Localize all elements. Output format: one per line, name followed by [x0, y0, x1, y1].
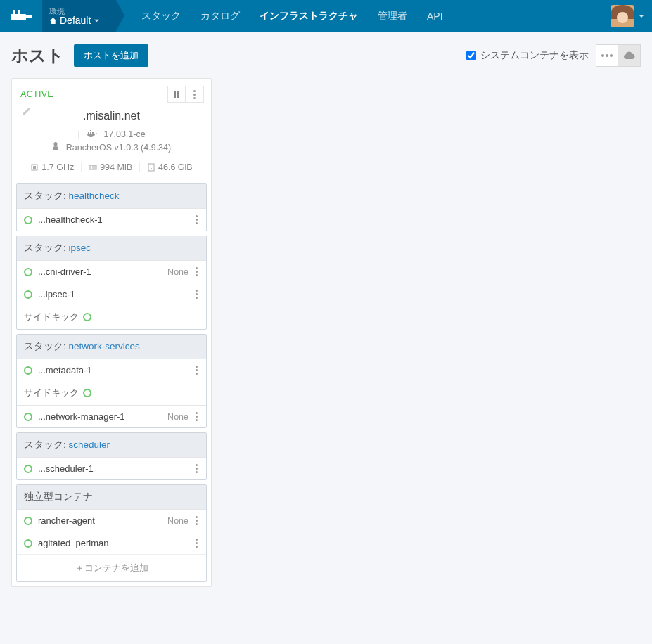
service-menu-button[interactable]: [194, 366, 199, 375]
service-row[interactable]: ...scheduler-1: [17, 457, 206, 479]
service-menu-button[interactable]: [194, 516, 199, 525]
svg-rect-7: [90, 130, 91, 131]
system-containers-checkbox[interactable]: [466, 51, 476, 60]
service-menu-button[interactable]: [194, 464, 199, 473]
service-name: ...cni-driver-1: [38, 266, 167, 277]
status-circle-icon: [83, 389, 91, 397]
service-menu-button[interactable]: [194, 412, 199, 421]
service-name: ...ipsec-1: [38, 289, 194, 300]
service-row[interactable]: ...ipsec-1: [17, 283, 206, 305]
service-name: agitated_perlman: [38, 538, 194, 548]
nav-item-infrastructure[interactable]: インフラストラクチャ: [250, 0, 368, 32]
service-name: ...healthcheck-1: [38, 214, 194, 225]
service-row[interactable]: ...network-manager-1 None: [17, 405, 206, 427]
plus-icon: ＋: [75, 562, 84, 573]
home-icon: [49, 17, 57, 25]
docker-icon: [87, 129, 97, 139]
add-host-button[interactable]: ホストを追加: [74, 44, 148, 67]
docker-version: 17.03.1-ce: [104, 129, 146, 139]
logo[interactable]: [0, 0, 42, 32]
status-circle-icon: [24, 290, 32, 299]
svg-point-9: [53, 146, 58, 150]
cloud-view-button[interactable]: [618, 44, 641, 67]
pause-button[interactable]: [167, 86, 186, 103]
service-menu-button[interactable]: [194, 290, 199, 299]
chevron-down-icon: [638, 13, 645, 20]
storage-icon: [147, 163, 155, 172]
stack-link[interactable]: healthcheck: [69, 191, 120, 201]
stack-link[interactable]: network-services: [69, 341, 140, 352]
host-actions: [167, 86, 204, 103]
env-label: 環境: [49, 8, 109, 15]
stack-block: スタック: healthcheck ...healthcheck-1: [16, 183, 207, 231]
status-circle-icon: [24, 539, 32, 548]
service-menu-button[interactable]: [194, 539, 199, 548]
standalone-header: 独立型コンテナ: [17, 485, 206, 509]
service-row[interactable]: rancher-agent None: [17, 509, 206, 532]
system-containers-label: システムコンテナを表示: [480, 49, 589, 62]
env-value: Default: [49, 15, 109, 26]
status-circle-icon: [24, 413, 32, 421]
svg-point-17: [151, 168, 152, 169]
svg-rect-6: [92, 132, 94, 134]
status-circle-icon: [24, 465, 32, 473]
service-name: ...scheduler-1: [38, 463, 194, 474]
host-card-header: ACTIVE: [12, 79, 211, 107]
svg-point-8: [53, 142, 57, 146]
nav-item-catalog[interactable]: カタログ: [191, 0, 250, 32]
stack-link[interactable]: ipsec: [69, 243, 91, 253]
add-container-button[interactable]: ＋コンテナを追加: [17, 554, 206, 581]
view-toggle-group: [596, 44, 641, 67]
service-row[interactable]: ...cni-driver-1 None: [17, 260, 206, 283]
stack-block: スタック: scheduler ...scheduler-1: [16, 432, 207, 480]
svg-rect-5: [90, 132, 91, 134]
svg-rect-16: [148, 164, 154, 171]
status-circle-icon: [24, 517, 32, 525]
nav-item-stacks[interactable]: スタック: [132, 0, 191, 32]
host-card: ACTIVE .misalin.net | 17.03.1-ce: [11, 78, 212, 587]
system-containers-toggle[interactable]: システムコンテナを表示: [466, 49, 589, 62]
chevron-down-icon: [94, 18, 100, 24]
service-name: ...metadata-1: [38, 365, 194, 375]
user-menu[interactable]: [604, 0, 652, 32]
service-name: ...network-manager-1: [38, 411, 167, 422]
memory-stat: 994 MiB: [81, 162, 139, 172]
host-status: ACTIVE: [20, 89, 53, 99]
cloud-icon: [624, 51, 635, 60]
service-menu-button[interactable]: [194, 215, 199, 224]
content-area: ACTIVE .misalin.net | 17.03.1-ce: [0, 74, 652, 601]
os-info: RancherOS v1.0.3 (4.9.34): [66, 143, 171, 153]
status-circle-icon: [83, 313, 91, 321]
main-nav: スタック カタログ インフラストラクチャ 管理者 API: [132, 0, 453, 32]
standalone-block: 独立型コンテナ rancher-agent None agitated_perl…: [16, 484, 207, 582]
environment-switcher[interactable]: 環境 Default: [42, 0, 116, 32]
stack-header: スタック: network-services: [17, 335, 206, 359]
edit-icon[interactable]: [22, 107, 31, 118]
service-row[interactable]: agitated_perlman: [17, 532, 206, 554]
stack-block: スタック: ipsec ...cni-driver-1 None ...ipse…: [16, 236, 207, 330]
nav-item-api[interactable]: API: [417, 0, 453, 32]
svg-rect-0: [11, 14, 26, 20]
service-right-label: None: [167, 516, 188, 526]
storage-stat: 46.6 GiB: [139, 162, 200, 172]
svg-rect-3: [26, 15, 32, 18]
status-circle-icon: [24, 216, 32, 224]
linux-icon: [52, 142, 59, 153]
status-circle-icon: [24, 366, 32, 375]
stack-link[interactable]: scheduler: [69, 439, 110, 450]
more-actions-button[interactable]: [596, 44, 618, 67]
svg-rect-4: [88, 132, 89, 134]
host-menu-button[interactable]: [186, 86, 204, 103]
service-row[interactable]: ...metadata-1: [17, 359, 206, 381]
service-menu-button[interactable]: [194, 267, 199, 276]
service-row[interactable]: ...healthcheck-1: [17, 208, 206, 231]
host-stats: 1.7 GHz 994 MiB 46.6 GiB: [12, 160, 211, 179]
nav-item-admin[interactable]: 管理者: [368, 0, 417, 32]
status-circle-icon: [24, 268, 32, 276]
page-title: ホスト: [11, 44, 64, 67]
memory-icon: [89, 163, 97, 172]
sidekick-row: サイドキック: [17, 305, 206, 329]
svg-rect-1: [13, 10, 15, 14]
avatar: [611, 5, 634, 27]
stack-header: スタック: ipsec: [17, 236, 206, 260]
